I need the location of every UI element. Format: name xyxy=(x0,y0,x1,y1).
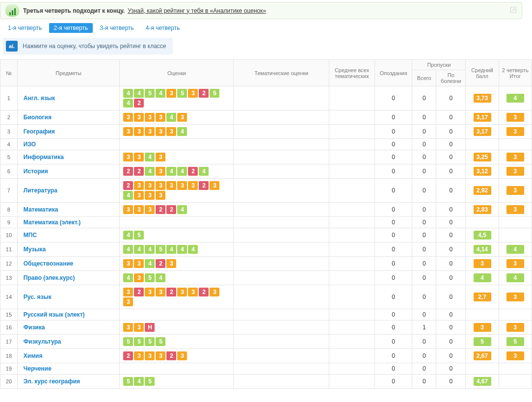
grade-badge[interactable]: 3 xyxy=(123,113,133,122)
grade-badge[interactable]: 4 xyxy=(156,89,165,98)
grade-badge[interactable]: 5 xyxy=(123,337,133,346)
grade-badge[interactable]: 3 xyxy=(123,297,133,306)
subject-link[interactable]: Черчение xyxy=(24,365,52,372)
grade-badge[interactable]: 5 xyxy=(156,337,165,346)
grade-badge[interactable]: 5 xyxy=(145,89,155,98)
grade-badge[interactable]: 4 xyxy=(134,377,144,386)
grade-badge[interactable]: 4 xyxy=(166,167,176,176)
grade-badge[interactable]: 4 xyxy=(177,127,187,136)
grade-badge[interactable]: 4 xyxy=(199,167,209,176)
grade-badge[interactable]: 3 xyxy=(177,288,187,296)
grade-badge[interactable]: 4 xyxy=(123,89,133,98)
grade-badge[interactable]: 3 xyxy=(156,127,165,136)
grade-badge[interactable]: 2 xyxy=(199,89,209,98)
grade-badge[interactable]: 3 xyxy=(156,153,165,161)
subject-link[interactable]: Русский язык (элект) xyxy=(24,311,85,318)
grade-badge[interactable]: 3 xyxy=(123,288,133,296)
grade-badge[interactable]: 4 xyxy=(145,259,155,268)
grade-badge[interactable]: 3 xyxy=(123,153,133,161)
grade-badge[interactable]: 3 xyxy=(134,191,144,200)
grade-badge[interactable]: 3 xyxy=(123,205,133,214)
grade-badge[interactable]: 3 xyxy=(134,273,144,282)
grade-badge[interactable]: 4 xyxy=(134,245,144,254)
grade-badge[interactable]: 4 xyxy=(156,273,165,282)
grade-badge[interactable]: 4 xyxy=(166,113,176,122)
grade-badge[interactable]: 3 xyxy=(188,89,198,98)
subject-link[interactable]: Право (элек.курс) xyxy=(24,274,75,281)
grade-badge[interactable]: 3 xyxy=(134,259,144,268)
grade-badge[interactable]: 4 xyxy=(134,89,144,98)
grade-badge[interactable]: 3 xyxy=(134,323,144,332)
tab-quarter-4[interactable]: 4-я четверть xyxy=(141,23,185,33)
subject-link[interactable]: Химия xyxy=(24,352,43,359)
grade-badge[interactable]: 2 xyxy=(123,167,133,176)
external-link-icon[interactable] xyxy=(510,6,517,15)
grade-badge[interactable]: 5 xyxy=(134,337,144,346)
grade-badge[interactable]: 4 xyxy=(166,245,176,254)
subject-link[interactable]: МПС xyxy=(24,232,37,239)
grade-badge[interactable]: 4 xyxy=(145,245,155,254)
grade-badge[interactable]: 3 xyxy=(177,113,187,122)
subject-link[interactable]: Математика xyxy=(24,206,58,213)
grade-badge[interactable]: 2 xyxy=(123,181,133,190)
subject-link[interactable]: Биология xyxy=(24,114,52,121)
grade-badge[interactable]: 2 xyxy=(199,181,209,190)
grade-badge[interactable]: 5 xyxy=(156,245,165,254)
grade-badge[interactable]: 5 xyxy=(145,377,155,386)
subject-link[interactable]: Рус. язык xyxy=(24,294,52,300)
grade-badge[interactable]: 3 xyxy=(145,205,155,214)
grade-badge[interactable]: 3 xyxy=(166,181,176,190)
grade-badge[interactable]: 3 xyxy=(145,181,155,190)
grade-badge[interactable]: 3 xyxy=(156,288,165,296)
grade-badge[interactable]: 3 xyxy=(123,323,133,332)
grade-badge[interactable]: 3 xyxy=(156,181,165,190)
grade-badge[interactable]: 3 xyxy=(188,288,198,296)
grade-badge[interactable]: 4 xyxy=(177,245,187,254)
grade-badge[interactable]: 3 xyxy=(210,181,219,190)
grade-badge[interactable]: 3 xyxy=(145,351,155,360)
grade-badge[interactable]: 5 xyxy=(210,89,219,98)
grade-badge[interactable]: 2 xyxy=(166,205,176,214)
grade-badge[interactable]: 5 xyxy=(123,377,133,386)
subject-link[interactable]: ИЗО xyxy=(24,141,36,148)
grade-badge[interactable]: 3 xyxy=(123,259,133,268)
subject-link[interactable]: История xyxy=(24,168,48,175)
tab-quarter-3[interactable]: 3-я четверть xyxy=(95,23,139,33)
grade-badge[interactable]: 3 xyxy=(134,181,144,190)
grade-badge[interactable]: 3 xyxy=(210,288,219,296)
grade-badge[interactable]: 4 xyxy=(177,205,187,214)
grade-badge[interactable]: 3 xyxy=(134,127,144,136)
grade-badge[interactable]: 5 xyxy=(177,89,187,98)
grade-badge[interactable]: 3 xyxy=(156,113,165,122)
banner-link[interactable]: Узнай, какой рейтинг у тебя в «Аналитике… xyxy=(128,7,266,14)
grade-badge[interactable]: 3 xyxy=(123,127,133,136)
grade-badge[interactable]: 5 xyxy=(145,337,155,346)
grade-badge[interactable]: 3 xyxy=(134,153,144,161)
grade-badge[interactable]: 3 xyxy=(156,167,165,176)
subject-link[interactable]: Информатика xyxy=(24,154,64,161)
grade-badge[interactable]: 4 xyxy=(123,231,133,240)
grade-badge[interactable]: 2 xyxy=(166,288,176,296)
grade-badge[interactable]: 2 xyxy=(123,351,133,360)
tab-quarter-2[interactable]: 2-я четверть xyxy=(49,23,93,33)
subject-link[interactable]: Англ. язык xyxy=(24,95,55,102)
grade-badge[interactable]: 4 xyxy=(123,191,133,200)
grade-badge[interactable]: 3 xyxy=(156,191,165,200)
grade-badge[interactable]: 3 xyxy=(188,181,198,190)
grade-badge[interactable]: 3 xyxy=(134,113,144,122)
grade-badge[interactable]: 3 xyxy=(145,113,155,122)
grade-badge[interactable]: 4 xyxy=(123,245,133,254)
grade-badge[interactable]: 4 xyxy=(123,273,133,282)
grade-badge[interactable]: 3 xyxy=(177,181,187,190)
subject-link[interactable]: Музыка xyxy=(24,246,46,253)
grade-badge[interactable]: 3 xyxy=(177,351,187,360)
grade-badge[interactable]: 5 xyxy=(145,273,155,282)
subject-link[interactable]: География xyxy=(24,128,55,135)
subject-link[interactable]: Физкультура xyxy=(24,338,61,345)
grade-badge[interactable]: 3 xyxy=(166,259,176,268)
grade-badge[interactable]: Н xyxy=(145,323,155,332)
grade-badge[interactable]: 3 xyxy=(166,89,176,98)
grade-badge[interactable]: 3 xyxy=(134,351,144,360)
grade-badge[interactable]: 4 xyxy=(145,153,155,161)
grade-badge[interactable]: 3 xyxy=(145,191,155,200)
